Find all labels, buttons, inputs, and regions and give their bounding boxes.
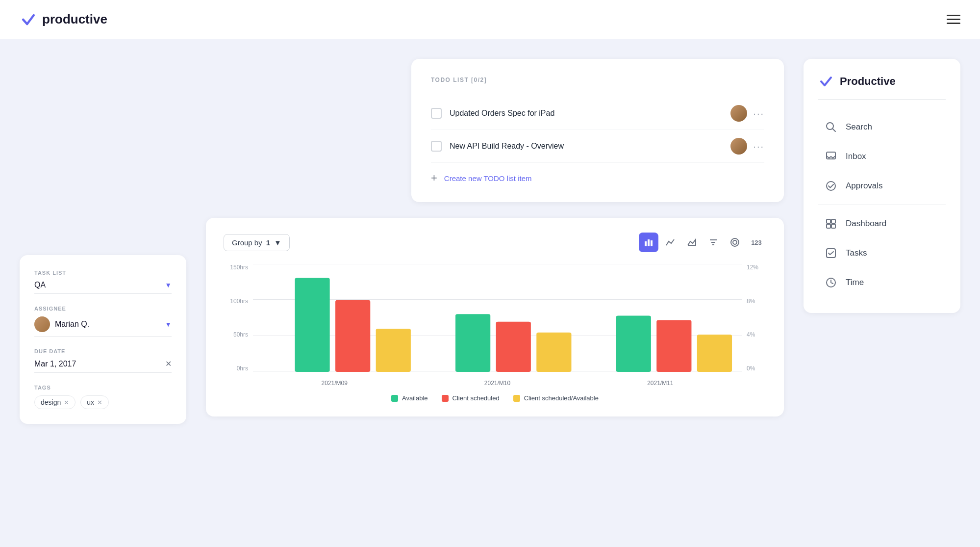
todo-item-1-left: Updated Orders Spec for iPad (431, 108, 554, 119)
chart-x-labels: 2021/M09 2021/M10 2021/M11 (253, 380, 742, 387)
tag-design-remove[interactable]: ✕ (64, 399, 69, 406)
nav-dashboard-label: Dashboard (846, 219, 886, 229)
nav-logo: Productive (818, 74, 946, 100)
task-list-value: QA (34, 281, 46, 289)
numbers-button[interactable]: 123 (747, 233, 766, 252)
tag-ux-label: ux (87, 398, 94, 406)
svg-rect-28 (831, 224, 835, 228)
nav-item-approvals[interactable]: Approvals (818, 172, 946, 200)
nav-tasks-label: Tasks (846, 248, 867, 258)
nav-item-inbox[interactable]: Inbox (818, 143, 946, 170)
logo-text: productive (42, 12, 107, 27)
group-by-button[interactable]: Group by 1 ▼ (224, 234, 290, 251)
dashboard-icon (824, 217, 838, 231)
svg-rect-16 (496, 322, 531, 372)
tag-ux-remove[interactable]: ✕ (97, 399, 102, 406)
tags-section: TAGS design ✕ ux ✕ (34, 385, 172, 409)
nav-divider (818, 205, 946, 205)
due-date-row: Mar 1, 2017 ✕ (34, 359, 172, 373)
nav-item-tasks[interactable]: Tasks (818, 239, 946, 267)
chart-card: Group by 1 ▼ (206, 218, 784, 417)
task-list-select[interactable]: QA ▼ (34, 281, 172, 294)
y-pct-8: 8% (747, 298, 755, 305)
svg-point-7 (733, 240, 737, 244)
area-chart-icon (687, 237, 697, 247)
todo-item-2-left: New API Build Ready - Overview (431, 141, 564, 152)
chart-y-right: 12% 8% 4% 0% (742, 264, 766, 372)
legend-client-scheduled-dot (442, 395, 449, 402)
tag-design-label: design (41, 398, 61, 406)
hamburger-line-2 (947, 19, 960, 20)
search-icon (824, 120, 838, 134)
assignee-label: ASSIGNEE (34, 306, 172, 312)
group-by-arrow: ▼ (274, 238, 281, 247)
donut-chart-button[interactable] (725, 233, 745, 252)
nav-item-search[interactable]: Search (818, 113, 946, 141)
tags-row: design ✕ ux ✕ (34, 395, 172, 409)
todo-item-2-text: New API Build Ready - Overview (450, 142, 564, 151)
logo-icon (20, 11, 37, 28)
tasks-icon (824, 246, 838, 260)
todo-item-2-menu[interactable]: ··· (753, 141, 764, 152)
filter-icon (708, 237, 718, 247)
todo-item-1-text: Updated Orders Spec for iPad (450, 109, 554, 118)
due-date-label: DUE DATE (34, 348, 172, 354)
chart-svg (253, 264, 742, 372)
svg-rect-1 (648, 239, 650, 246)
hamburger-menu[interactable] (947, 15, 960, 24)
svg-point-24 (827, 182, 835, 190)
svg-rect-23 (827, 152, 835, 159)
todo-create-text: Create new TODO list item (444, 174, 532, 182)
numbers-icon: 123 (751, 239, 762, 246)
todo-item-2: New API Build Ready - Overview ··· (431, 130, 764, 163)
todo-checkbox-1[interactable] (431, 108, 442, 119)
assignee-avatar (34, 316, 50, 332)
assignee-select[interactable]: Marian Q. ▼ (34, 316, 172, 337)
nav-item-dashboard[interactable]: Dashboard (818, 210, 946, 237)
nav-item-time[interactable]: Time (818, 269, 946, 296)
bar-chart-button[interactable] (639, 233, 658, 252)
todo-item-1-right: ··· (730, 105, 764, 122)
hamburger-line-1 (947, 15, 960, 16)
y-label-50: 50hrs (233, 331, 248, 338)
hamburger-line-3 (947, 23, 960, 24)
svg-point-6 (731, 238, 739, 246)
y-pct-12: 12% (747, 264, 758, 271)
plus-icon: + (431, 172, 437, 184)
svg-rect-12 (295, 278, 329, 372)
todo-checkbox-2[interactable] (431, 141, 442, 152)
center-panel: TODO LIST [0/2] Updated Orders Spec for … (206, 59, 784, 527)
svg-rect-15 (455, 314, 490, 372)
donut-icon (730, 237, 740, 247)
area-chart-button[interactable] (682, 233, 702, 252)
svg-rect-27 (827, 224, 830, 228)
todo-item-1-avatar (730, 105, 747, 122)
y-pct-4: 4% (747, 331, 755, 338)
time-icon (824, 276, 838, 289)
svg-rect-18 (616, 316, 651, 372)
chart-legend: Available Client scheduled Client schedu… (224, 394, 766, 402)
due-date-section: DUE DATE Mar 1, 2017 ✕ (34, 348, 172, 373)
nav-logo-icon (818, 74, 834, 89)
svg-rect-26 (831, 219, 835, 223)
todo-item-1-menu[interactable]: ··· (753, 108, 764, 119)
task-list-dropdown-arrow: ▼ (165, 281, 172, 289)
legend-available-label: Available (402, 394, 428, 402)
line-chart-button[interactable] (660, 233, 680, 252)
due-date-value: Mar 1, 2017 (34, 360, 76, 368)
legend-client-scheduled: Client scheduled (442, 394, 500, 402)
legend-available: Available (391, 394, 428, 402)
due-date-clear[interactable]: ✕ (165, 359, 172, 368)
chart-icon-buttons: 123 (639, 233, 766, 252)
filter-button[interactable] (704, 233, 723, 252)
tag-ux: ux ✕ (80, 395, 109, 409)
legend-client-available-label: Client scheduled/Available (524, 394, 599, 402)
chart-grid (253, 264, 742, 372)
chart-area: 150hrs 100hrs 50hrs 0hrs 12% 8% 4% 0% (224, 264, 766, 387)
todo-create[interactable]: + Create new TODO list item (431, 163, 764, 184)
legend-available-dot (391, 395, 398, 402)
nav-card: Productive Search (804, 59, 960, 313)
x-label-m10: 2021/M10 (484, 380, 510, 387)
header: productive (0, 0, 980, 39)
y-label-100: 100hrs (230, 298, 248, 305)
